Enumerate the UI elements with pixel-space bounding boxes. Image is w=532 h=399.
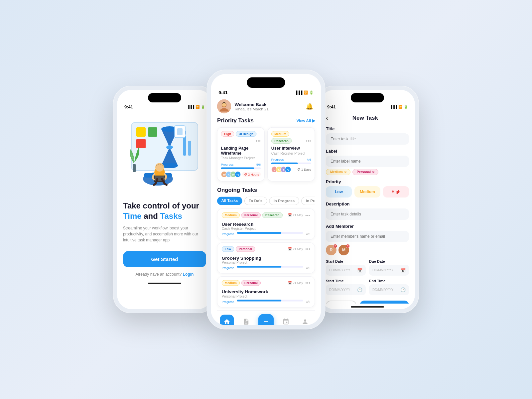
remove-member-2[interactable]: ✕ xyxy=(346,244,350,248)
task3-menu[interactable]: ••• xyxy=(305,280,310,286)
end-time-input[interactable]: DD/MM/YYYY 🕐 xyxy=(369,284,409,295)
task-item-1[interactable]: Medium Personal Research 📅 21 May ••• Us… xyxy=(217,208,315,239)
card1-tags: High UI Design ••• xyxy=(221,131,261,144)
filter-in-progress-2[interactable]: In Progress xyxy=(301,197,315,205)
time-badge: ⏱ 2 Hours xyxy=(242,172,261,177)
ongoing-title: Ongoing Tasks xyxy=(217,187,257,193)
card1-menu[interactable]: ••• xyxy=(256,138,261,144)
start-date-input[interactable]: DD/MM/YYYY 📅 xyxy=(326,265,366,276)
header-row: Welcome Back Rihaa, It's March 21 🔔 xyxy=(217,96,315,117)
label-label: Label xyxy=(326,149,409,154)
task3-title: University Homework xyxy=(222,289,311,295)
svg-rect-8 xyxy=(188,141,191,156)
get-started-button[interactable]: Get Started xyxy=(123,251,206,267)
create-button[interactable]: Create xyxy=(360,301,409,304)
user-info: Welcome Back Rihaa, It's March 21 xyxy=(217,99,269,113)
svg-rect-12 xyxy=(133,164,136,172)
notification-bell[interactable]: 🔔 xyxy=(304,101,315,112)
card1-footer: R A M +2 ⏱ 2 Hours xyxy=(221,171,261,178)
status-icons-center: ▐▐▐ 🛜 🔋 xyxy=(295,90,314,94)
home-bar xyxy=(148,283,181,284)
tag-ui-design: UI Design xyxy=(236,131,256,137)
avatar-image xyxy=(217,99,231,113)
task1-tag-medium: Medium xyxy=(222,212,240,218)
view-all-link[interactable]: View All ▶ xyxy=(297,118,315,123)
dynamic-island-center xyxy=(247,77,285,88)
ongoing-section-header: Ongoing Tasks xyxy=(217,187,315,193)
priority-high-btn[interactable]: High xyxy=(383,186,409,198)
start-time-group: Start Time DD/MM/YYYY 🕐 xyxy=(326,279,366,295)
task1-menu[interactable]: ••• xyxy=(305,212,310,218)
start-time-input[interactable]: DD/MM/YYYY 🕐 xyxy=(326,284,366,295)
bottom-nav: + xyxy=(217,310,315,325)
nav-home[interactable] xyxy=(220,315,234,326)
start-date-group: Start Date DD/MM/YYYY 📅 xyxy=(326,259,366,276)
remove-personal-tag[interactable]: ✕ xyxy=(372,171,375,174)
card2-menu[interactable]: ••• xyxy=(306,138,311,144)
task2-menu[interactable]: ••• xyxy=(305,246,310,252)
member-input[interactable] xyxy=(326,231,409,242)
task1-progress-label: Progress xyxy=(222,232,234,236)
cancel-button[interactable]: Cancle xyxy=(326,301,356,304)
priority-card-2[interactable]: Medium Research ••• User Interview Cash … xyxy=(267,127,315,182)
nav-calendar[interactable] xyxy=(279,315,293,326)
remove-medium-tag[interactable]: ✕ xyxy=(344,171,347,174)
label-tags-row: Medium ✕ Personal ✕ xyxy=(326,169,409,175)
clock-icon-end: 🕐 xyxy=(400,287,406,292)
new-task-header: ‹ New Task xyxy=(326,111,409,126)
illustration-area xyxy=(123,111,206,197)
wifi-icon: 🛜 xyxy=(196,105,200,109)
svg-point-16 xyxy=(155,163,164,172)
svg-rect-1 xyxy=(136,127,146,137)
time-section: Start Time DD/MM/YYYY 🕐 End Time DD/MM/Y… xyxy=(326,279,409,295)
status-time-center: 9:41 xyxy=(218,90,227,95)
label-input[interactable] xyxy=(326,156,409,167)
card2-avatars: L K T +2 xyxy=(271,166,291,173)
filter-in-progress[interactable]: In Progress xyxy=(269,197,299,205)
new-task-title: New Task xyxy=(332,115,399,121)
status-bar-center: 9:41 ▐▐▐ 🛜 🔋 xyxy=(211,88,321,96)
calendar-icon xyxy=(283,318,290,325)
status-time-right: 9:41 xyxy=(327,104,336,109)
task2-date: 📅 21 May xyxy=(288,247,303,251)
card2-progress-label: Progress 4/6 xyxy=(271,158,311,162)
end-time-label: End Time xyxy=(369,279,409,283)
priority-low-btn[interactable]: Low xyxy=(326,186,352,198)
priority-section: Priority Low Medium High xyxy=(326,179,409,198)
login-link[interactable]: Login xyxy=(183,272,194,277)
signal-icon-r: ▐▐▐ xyxy=(390,105,397,109)
remove-member-1[interactable]: ✕ xyxy=(333,244,337,248)
due-date-input[interactable]: DD/MM/YYYY 📅 xyxy=(369,265,409,276)
priority-medium-btn[interactable]: Medium xyxy=(354,186,380,198)
svg-point-6 xyxy=(166,145,173,149)
task1-progress-row: Progress 4/6 xyxy=(222,232,311,236)
battery-icon: 🔋 xyxy=(201,105,205,109)
task2-progress-bar xyxy=(237,266,303,268)
nav-add-button[interactable]: + xyxy=(258,314,274,325)
priority-section-header: Priority Tasks View All ▶ xyxy=(217,117,315,124)
due-date-group: Due Date DD/MM/YYYY 📅 xyxy=(369,259,409,276)
profile-icon xyxy=(302,318,309,325)
task-item-3[interactable]: Medium Personal 📅 21 May ••• University … xyxy=(217,276,315,307)
priority-card-1[interactable]: High UI Design ••• Landing Page Wirefram… xyxy=(217,127,265,182)
start-time-label: Start Time xyxy=(326,279,366,283)
status-icons-right: ▐▐▐ 🛜 🔋 xyxy=(390,105,408,109)
description-input[interactable] xyxy=(326,208,409,220)
task-item-2[interactable]: Low Personal 📅 21 May ••• Grocery Shoppi… xyxy=(217,242,315,273)
member-avatar-1: R ✕ xyxy=(326,245,336,255)
avatar-count: +2 xyxy=(235,171,241,178)
filter-all-tasks[interactable]: All Tasks xyxy=(217,197,242,205)
task3-progress-label: Progress xyxy=(222,300,234,304)
ongoing-section: Ongoing Tasks All Tasks To Do's In Progr… xyxy=(217,187,315,307)
nav-tasks[interactable] xyxy=(239,315,253,326)
priority-label: Priority xyxy=(326,179,409,184)
nav-profile[interactable] xyxy=(298,315,312,326)
onboard-svg xyxy=(125,116,204,192)
back-button[interactable]: ‹ xyxy=(326,114,328,122)
phone-new-task: 9:41 ▐▐▐ 🛜 🔋 ‹ New Task Title xyxy=(316,86,419,313)
task1-date: 📅 21 May xyxy=(288,213,303,217)
days-badge: ⏱ 1 Days xyxy=(297,168,311,171)
wifi-icon-c: 🛜 xyxy=(304,90,308,94)
title-input[interactable] xyxy=(326,133,409,145)
filter-todo[interactable]: To Do's xyxy=(244,197,267,205)
